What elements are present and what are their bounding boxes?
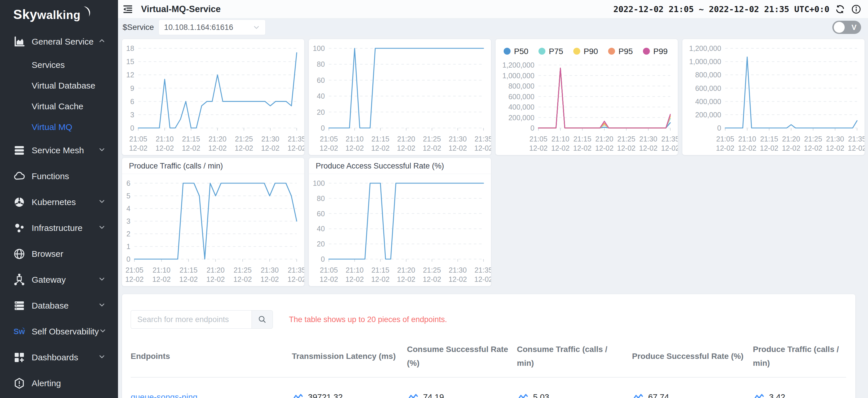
svg-text:P95: P95 [618,47,633,56]
layers-icon [13,144,25,157]
svg-text:1,000,000: 1,000,000 [689,58,721,66]
chevron-down-icon [98,353,106,363]
sidebar-item-label: Functions [32,171,106,181]
sidebar-item-service-mesh[interactable]: Service Mesh [0,137,118,163]
svg-text:12-02: 12-02 [235,144,253,152]
metric-cell: 67.74 [632,393,747,398]
sidebar-subitem-label: Services [32,60,65,70]
globe-icon [13,248,25,260]
svg-text:12-02: 12-02 [573,144,592,152]
sidebar-item-gateway[interactable]: Gateway [0,267,118,293]
svg-text:21:25: 21:25 [423,266,441,274]
page-title: Virtual-MQ-Service [141,4,221,14]
svg-text:21:15: 21:15 [182,135,200,143]
svg-text:80: 80 [317,194,325,202]
sidebar-item-database[interactable]: Database [0,293,118,319]
svg-text:3: 3 [126,217,130,225]
chevron-up-icon [98,37,106,47]
svg-text:9: 9 [130,84,134,92]
produce-access-successful-rate-chart-card: Produce Access Successful Rate (%)020406… [309,158,491,286]
svg-text:21:10: 21:10 [738,135,756,143]
sidebar-subitem-virtual-database[interactable]: Virtual Database [0,75,118,96]
svg-text:21:15: 21:15 [573,135,591,143]
svg-text:12-02: 12-02 [287,144,304,152]
endpoints-note: The table shows up to 20 pieces of endpo… [289,315,447,324]
service-select-value: 10.108.1.164:61616 [164,23,233,32]
svg-text:12-02: 12-02 [125,275,144,283]
sparkline-icon[interactable] [632,393,644,398]
app-root: Skywalking General ServiceServicesVirtua… [0,0,868,398]
chevron-down-icon [98,145,106,156]
svg-text:12-02: 12-02 [738,144,756,152]
sparkline-icon[interactable] [407,393,418,398]
svg-text:15: 15 [126,58,134,66]
svg-text:12-02: 12-02 [182,144,200,152]
endpoint-link[interactable]: queue-songs-ping [131,393,197,398]
svg-text:21:20: 21:20 [595,135,614,143]
chart-icon [13,36,25,48]
endpoint-search-input[interactable] [131,310,251,329]
dots-icon [13,222,25,234]
svg-text:21:05: 21:05 [129,135,147,143]
svg-text:P99: P99 [653,47,668,56]
sidebar-item-dashboards[interactable]: Dashboards [0,344,118,370]
sidebar-item-label: Dashboards [32,353,98,362]
view-toggle[interactable]: V [832,21,861,34]
sidebar-item-browser[interactable]: Browser [0,241,118,267]
metric-cell: 3.42 [753,393,840,398]
sidebar-subitem-virtual-cache[interactable]: Virtual Cache [0,96,118,117]
sparkline-icon[interactable] [753,393,765,398]
svg-text:100: 100 [313,44,325,52]
info-icon[interactable] [851,4,862,15]
svg-text:21:35: 21:35 [661,135,678,143]
gateway-icon [13,274,25,286]
sparkline-icon[interactable] [517,393,528,398]
svg-text:21:15: 21:15 [760,135,778,143]
svg-text:21:35: 21:35 [288,266,304,274]
sidebar-subitem-services[interactable]: Services [0,55,118,75]
column-header-endpoints: Endpoints [131,339,292,377]
sidebar-item-label: Kubernetes [32,197,98,207]
svg-text:6: 6 [126,179,130,187]
sidebar-item-kubernetes[interactable]: Kubernetes [0,189,118,215]
sidebar-item-label: Alerting [32,378,106,388]
dashboards-icon [13,352,25,364]
svg-text:21:10: 21:10 [346,135,364,143]
kubernetes-icon [13,196,25,208]
svg-text:21:20: 21:20 [208,135,226,143]
column-header-produce-traffic-calls-min-: Produce Traffic (calls / min) [753,339,846,377]
svg-text:200,000: 200,000 [508,113,534,122]
svg-text:12-02: 12-02 [234,275,252,283]
svg-text:20: 20 [317,240,325,248]
sidebar-item-infrastructure[interactable]: Infrastructure [0,215,118,241]
time-range-picker[interactable]: 2022-12-02 21:05 ~ 2022-12-02 21:35 UTC+… [613,4,830,14]
sidebar-item-alerting[interactable]: Alerting [0,370,118,396]
cloud-icon [13,170,25,182]
sidebar-item-general-service[interactable]: General Service [0,29,118,55]
svg-text:12-02: 12-02 [423,275,441,283]
svg-text:2: 2 [126,230,130,238]
service-select[interactable]: 10.108.1.164:61616 [159,20,266,35]
search-icon [257,315,267,324]
sparkline-icon[interactable] [292,393,303,398]
svg-text:400,000: 400,000 [508,103,534,111]
sidebar-subitem-virtual-mq[interactable]: Virtual MQ [0,117,118,137]
sidebar-item-self-observability[interactable]: SwSelf Observability [0,319,118,344]
sidebar-item-label: General Service [32,37,98,46]
svg-text:0: 0 [321,255,325,263]
svg-text:21:05: 21:05 [716,135,735,143]
svg-text:12-02: 12-02 [345,275,364,283]
svg-text:12-02: 12-02 [260,275,279,283]
metric-cell: 74.19 [407,393,511,398]
svg-text:12-02: 12-02 [617,144,636,152]
svg-text:21:25: 21:25 [234,266,252,274]
svg-text:12-02: 12-02 [320,144,338,152]
menu-fold-icon[interactable] [123,4,133,14]
refresh-icon[interactable] [835,4,845,15]
svg-text:21:30: 21:30 [449,266,467,274]
service-label: $Service [123,23,154,32]
svg-text:12-02: 12-02 [320,275,338,283]
svg-text:5: 5 [126,192,130,200]
sidebar-item-functions[interactable]: Functions [0,163,118,189]
search-button[interactable] [251,310,273,329]
